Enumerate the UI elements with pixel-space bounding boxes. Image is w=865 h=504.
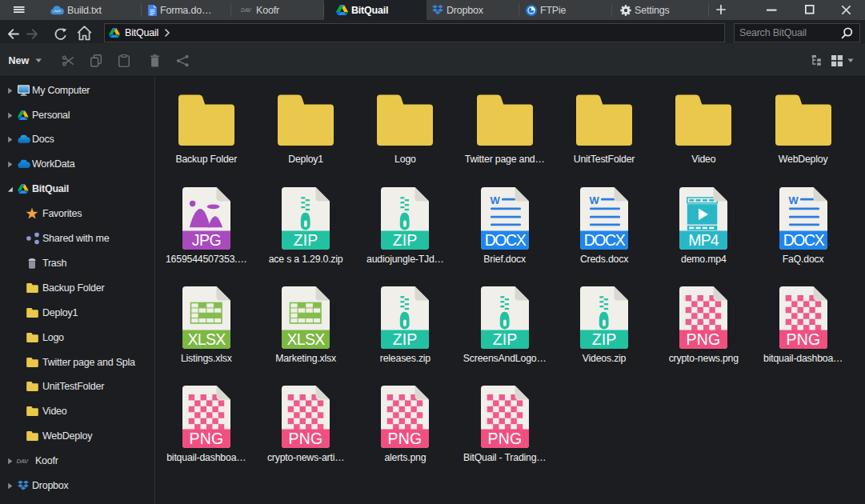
- svg-text:DAV: DAV: [16, 458, 28, 465]
- svg-text:DAV: DAV: [241, 7, 251, 13]
